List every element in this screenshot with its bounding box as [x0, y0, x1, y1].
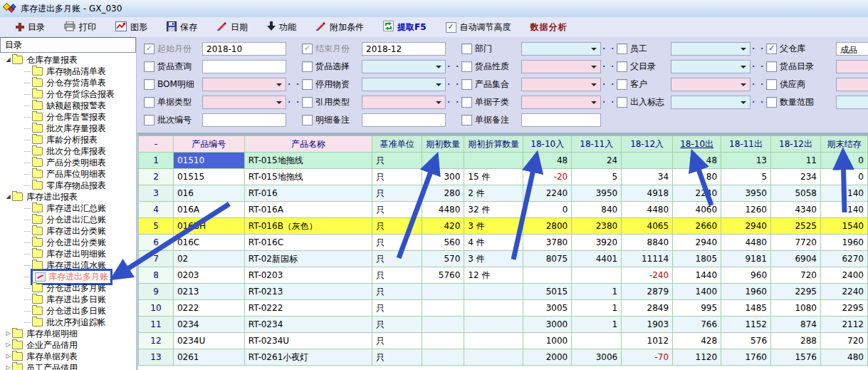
sidebar-item[interactable]: 分仓存货清单表 [0, 77, 136, 88]
filter-dropdown[interactable] [362, 96, 446, 109]
table-cell[interactable]: 5015 [523, 284, 572, 300]
table-cell[interactable]: 1000 [523, 333, 572, 349]
table-cell[interactable]: 01510 [173, 153, 244, 169]
sidebar-item[interactable]: 分仓库告警报表 [0, 111, 136, 123]
sidebar-item[interactable]: 产品库位明细表 [0, 168, 136, 180]
table-row[interactable]: 6016CRT-016C只5604 件378039208840294044807… [139, 235, 868, 251]
table-cell[interactable]: 560 [422, 235, 464, 251]
sidebar-item[interactable]: 库存进出多月账 [0, 271, 136, 282]
table-cell[interactable]: 9181 [721, 251, 771, 267]
filter-dropdown[interactable] [521, 78, 601, 91]
sidebar-item[interactable]: 库存进出汇总账 [0, 202, 136, 214]
row-number-cell[interactable]: 12 [139, 333, 174, 349]
table-cell[interactable]: 4480 [721, 235, 771, 251]
table-cell[interactable]: 13 [721, 153, 771, 169]
table-cell[interactable] [622, 153, 673, 169]
filter-input[interactable] [202, 113, 286, 127]
table-cell[interactable]: 0234U [173, 333, 244, 349]
filter-input[interactable] [521, 113, 601, 127]
table-cell[interactable]: -20 [523, 169, 572, 185]
filter-dropdown[interactable] [836, 78, 868, 91]
browse-dots-button[interactable]: · · [286, 80, 302, 89]
table-cell[interactable]: 1 [572, 317, 622, 333]
function-button[interactable]: 功能 [267, 21, 296, 34]
table-cell[interactable]: 570 [422, 251, 464, 267]
column-header[interactable]: 期末结存 [820, 136, 867, 153]
row-number-cell[interactable]: 4 [139, 202, 174, 218]
table-cell[interactable]: 6904 [771, 251, 821, 267]
table-cell[interactable]: 1 [572, 300, 622, 317]
browse-dots-button[interactable]: · · [751, 44, 766, 53]
row-number-cell[interactable]: 2 [139, 169, 174, 185]
column-header[interactable]: 产品名称 [244, 136, 372, 153]
filter-dropdown[interactable] [521, 60, 601, 73]
table-cell[interactable]: 只 [372, 251, 422, 267]
table-cell[interactable]: 3005 [523, 300, 572, 317]
table-cell[interactable]: 3006 [572, 349, 622, 366]
browse-dots-button[interactable]: · · [751, 80, 766, 89]
table-cell[interactable]: 8075 [523, 251, 572, 267]
table-cell[interactable]: RT-0222 [244, 300, 372, 317]
sidebar-item[interactable]: 库存进出多日账 [0, 294, 136, 305]
table-cell[interactable]: 1576 [771, 349, 821, 366]
table-cell[interactable]: 4340 [771, 202, 821, 218]
sidebar-item[interactable]: 分仓进出多日账 [0, 305, 136, 317]
table-cell[interactable]: 2295 [771, 284, 821, 300]
table-cell[interactable]: 288 [771, 333, 821, 349]
table-row[interactable]: 130261RT-0261小夜灯只20003006-70112017601576… [139, 349, 868, 366]
filter-dropdown[interactable] [671, 42, 751, 56]
browse-dots-button[interactable]: · · [751, 98, 766, 107]
row-number-cell[interactable]: 7 [139, 251, 174, 267]
sidebar-item[interactable]: 分仓进出分类账 [0, 237, 136, 248]
table-cell[interactable]: 5058 [771, 185, 821, 202]
table-cell[interactable]: 4401 [572, 251, 622, 267]
browse-dots-button[interactable]: · · [601, 80, 617, 89]
table-cell[interactable]: 428 [673, 333, 721, 349]
table-cell[interactable]: 5760 [422, 267, 464, 284]
table-cell[interactable]: RT-015地拖线 [244, 169, 372, 185]
print-button[interactable]: 打印 [64, 21, 96, 34]
column-header[interactable]: 18-10入 [523, 136, 572, 153]
table-cell[interactable]: 1120 [673, 349, 721, 366]
sidebar-item[interactable]: ▷企业产品借用 [0, 339, 136, 351]
table-cell[interactable]: 34 [622, 169, 673, 185]
row-number-cell[interactable]: 6 [139, 235, 174, 251]
sidebar-item[interactable]: 分仓存货综合报表 [0, 88, 136, 100]
table-cell[interactable]: 1440 [673, 267, 721, 284]
browse-dots-button[interactable]: · · [601, 98, 617, 107]
table-cell[interactable]: 2940 [673, 235, 721, 251]
sidebar-item[interactable]: 分仓进出多月账 [0, 282, 136, 294]
column-header[interactable]: 产品编号 [173, 136, 244, 153]
table-cell[interactable]: 1152 [721, 317, 771, 333]
table-cell[interactable]: 1080 [771, 300, 821, 317]
table-cell[interactable]: 0234 [173, 317, 244, 333]
sidebar-item[interactable]: ◢库存进出报表 [0, 191, 136, 202]
browse-dots-button[interactable]: · · [286, 98, 302, 107]
filter-checkbox[interactable] [461, 115, 472, 125]
auto-height-toggle[interactable]: 自动调节高度 [446, 21, 511, 34]
filter-dropdown[interactable] [362, 60, 446, 73]
table-cell[interactable] [422, 284, 464, 300]
table-cell[interactable]: 234 [771, 169, 821, 185]
table-cell[interactable] [464, 153, 523, 169]
column-header[interactable]: 18-10出 [673, 136, 721, 153]
column-header[interactable]: 18-12入 [622, 136, 673, 153]
table-cell[interactable]: 0213 [173, 284, 244, 300]
table-cell[interactable]: 01515 [173, 169, 244, 185]
table-cell[interactable]: 140 [820, 202, 867, 218]
table-cell[interactable]: 只 [372, 202, 422, 218]
table-cell[interactable]: 4060 [673, 202, 721, 218]
table-cell[interactable]: 1805 [673, 251, 721, 267]
column-header[interactable]: 期初数量 [422, 136, 464, 153]
table-cell[interactable]: 02 [173, 251, 244, 267]
table-cell[interactable]: 140 [820, 185, 867, 202]
table-cell[interactable] [572, 333, 622, 349]
collapse-icon[interactable]: ◢ [4, 191, 12, 202]
table-cell[interactable]: 3950 [572, 185, 622, 202]
table-cell[interactable]: 1903 [622, 317, 673, 333]
graph-button[interactable]: 图形 [115, 21, 147, 34]
table-cell[interactable]: RT-016 [244, 185, 372, 202]
table-cell[interactable]: 0203 [173, 267, 244, 284]
filter-checkbox[interactable] [766, 43, 777, 54]
expand-icon[interactable]: ▷ [4, 362, 12, 370]
